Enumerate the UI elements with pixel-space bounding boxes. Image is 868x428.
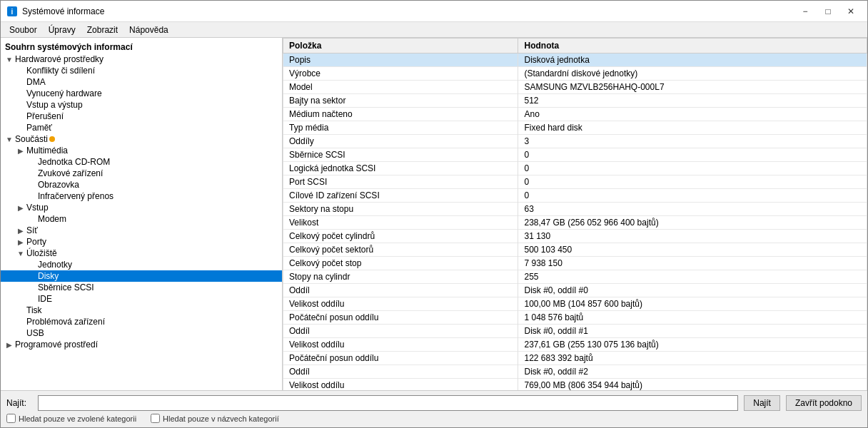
table-row[interactable]: Sběrnice SCSI0	[283, 148, 867, 162]
title-bar: i Systémové informace − □ ✕	[1, 1, 867, 22]
tree-label: Jednotka CD-ROM	[38, 157, 110, 167]
table-row[interactable]: Médium načtenoAno	[283, 108, 867, 121]
table-row[interactable]: OddílDisk #0, oddíl #2	[283, 365, 867, 379]
table-row[interactable]: Typ médiaFixed hard disk	[283, 121, 867, 135]
tree-item[interactable]: Infračervený přenos	[1, 190, 282, 202]
check2-label[interactable]: Hledat pouze v názvech kategorií	[151, 414, 279, 423]
table-cell-item: Oddíly	[283, 135, 518, 148]
close-button[interactable]: ✕	[840, 4, 862, 19]
bottom-bar: Najít: Najít Zavřít podokno Hledat pouze…	[1, 390, 867, 427]
table-cell-value: Disková jednotka	[518, 54, 867, 67]
table-row[interactable]: OddílDisk #0, oddíl #0	[283, 284, 867, 297]
menu-item-zobrazit[interactable]: Zobrazit	[81, 24, 123, 36]
table-row[interactable]: Velikost238,47 GB (256 052 966 400 bajtů…	[283, 216, 867, 230]
tree-item[interactable]: ▶Síť	[1, 225, 282, 236]
tree-item[interactable]: Paměť	[1, 122, 282, 133]
table-row[interactable]: Počáteční posun oddílu122 683 392 bajtů	[283, 352, 867, 365]
tree-item[interactable]: Obrazovka	[1, 179, 282, 190]
tree-item[interactable]: Disky	[1, 270, 282, 282]
tree-expander-icon: ▶	[15, 227, 26, 235]
tree-label: USB	[26, 328, 44, 338]
menu-item-nápověda[interactable]: Nápověda	[123, 24, 174, 36]
table-cell-item: Cílové ID zařízení SCSI	[283, 189, 518, 203]
tree-item[interactable]: Vynucený hardware	[1, 88, 282, 99]
tree-item[interactable]: USB	[1, 327, 282, 339]
maximize-button[interactable]: □	[817, 4, 839, 19]
find-button[interactable]: Najít	[744, 395, 780, 411]
table-row[interactable]: Velikost oddílu100,00 MB (104 857 600 ba…	[283, 297, 867, 311]
tree-item[interactable]: Problémová zařízení	[1, 316, 282, 327]
table-row[interactable]: Port SCSI0	[283, 175, 867, 189]
table-cell-item: Bajty na sektor	[283, 94, 518, 108]
tree-label: Síť	[26, 225, 38, 235]
tree-item[interactable]: ▼Součásti	[1, 133, 282, 145]
close-pane-button[interactable]: Zavřít podokno	[786, 395, 862, 411]
tree-item[interactable]: IDE	[1, 293, 282, 305]
tree-item[interactable]: Konflikty či sdílení	[1, 65, 282, 76]
tree-item[interactable]: Tisk	[1, 305, 282, 316]
tree-item[interactable]: DMA	[1, 76, 282, 88]
left-pane-title: Souhrn systémových informací	[1, 41, 282, 54]
tree-item[interactable]: Zvukové zařízení	[1, 168, 282, 179]
table-row[interactable]: Celkový počet cylindrů31 130	[283, 230, 867, 243]
find-input[interactable]	[38, 395, 738, 411]
table-cell-item: Celkový počet cylindrů	[283, 230, 518, 243]
col-header-item: Položka	[283, 39, 518, 54]
tree-item[interactable]: Jednotky	[1, 259, 282, 270]
table-row[interactable]: Výrobce(Standardní diskové jednotky)	[283, 67, 867, 81]
check1-checkbox[interactable]	[6, 414, 16, 423]
table-cell-value: 238,47 GB (256 052 966 400 bajtů)	[518, 216, 867, 230]
app-icon: i	[6, 6, 18, 17]
table-row[interactable]: ModelSAMSUNG MZVLB256HAHQ-000L7	[283, 81, 867, 94]
table-row[interactable]: Celkový počet stop7 938 150	[283, 257, 867, 270]
table-cell-value: 63	[518, 203, 867, 216]
table-cell-value: Disk #0, oddíl #2	[518, 365, 867, 379]
table-cell-value: 500 103 450	[518, 243, 867, 257]
col-header-value: Hodnota	[518, 39, 867, 54]
menu-item-soubor[interactable]: Soubor	[4, 24, 43, 36]
tree-item[interactable]: ▶Vstup	[1, 202, 282, 213]
table-cell-item: Logická jednotka SCSI	[283, 162, 518, 175]
tree-item[interactable]: ▶Multimédia	[1, 145, 282, 156]
table-row[interactable]: Celkový počet sektorů500 103 450	[283, 243, 867, 257]
check2-checkbox[interactable]	[151, 414, 160, 423]
table-cell-item: Sektory na stopu	[283, 203, 518, 216]
table-row[interactable]: Velikost oddílu769,00 MB (806 354 944 ba…	[283, 379, 867, 391]
table-row[interactable]: Počáteční posun oddílu1 048 576 bajtů	[283, 311, 867, 325]
tree-item[interactable]: ▼Úložiště	[1, 248, 282, 259]
tree-item[interactable]: Přerušení	[1, 111, 282, 122]
tree-expander-icon: ▼	[15, 250, 26, 258]
table-cell-value: Ano	[518, 108, 867, 121]
tree-label: Součásti	[15, 134, 48, 144]
tree-item[interactable]: Vstup a výstup	[1, 99, 282, 111]
tree-item[interactable]: ▼Hardwarové prostředky	[1, 54, 282, 65]
tree-item[interactable]: ▶Programové prostředí	[1, 339, 282, 350]
table-cell-value: 255	[518, 270, 867, 284]
table-row[interactable]: Velikost oddílu237,61 GB (255 130 075 13…	[283, 338, 867, 352]
minimize-button[interactable]: −	[794, 4, 816, 19]
check1-label[interactable]: Hledat pouze ve zvolené kategorii	[6, 414, 136, 423]
table-row[interactable]: Sektory na stopu63	[283, 203, 867, 216]
table-row[interactable]: Stopy na cylindr255	[283, 270, 867, 284]
table-row[interactable]: PopisDisková jednotka	[283, 54, 867, 67]
tree-item[interactable]: Sběrnice SCSI	[1, 282, 282, 293]
table-row[interactable]: Cílové ID zařízení SCSI0	[283, 189, 867, 203]
tree-label: Multimédia	[26, 146, 68, 156]
table-row[interactable]: Oddíly3	[283, 135, 867, 148]
tree-label: Tisk	[26, 305, 42, 315]
table-cell-item: Celkový počet sektorů	[283, 243, 518, 257]
tree-label: Úložiště	[26, 248, 57, 258]
table-cell-value: 769,00 MB (806 354 944 bajtů)	[518, 379, 867, 391]
table-row[interactable]: OddílDisk #0, oddíl #1	[283, 325, 867, 338]
tree-item[interactable]: Modem	[1, 213, 282, 225]
table-cell-item: Oddíl	[283, 325, 518, 338]
tree-item[interactable]: ▶Porty	[1, 236, 282, 248]
table-row[interactable]: Bajty na sektor512	[283, 94, 867, 108]
table-row[interactable]: Logická jednotka SCSI0	[283, 162, 867, 175]
tree-label: Infračervený přenos	[38, 191, 113, 201]
tree-label: Hardwarové prostředky	[15, 54, 104, 64]
table-cell-value: Disk #0, oddíl #0	[518, 284, 867, 297]
menu-item-úpravy[interactable]: Úpravy	[43, 24, 81, 36]
left-pane: Souhrn systémových informací ▼Hardwarové…	[1, 38, 283, 390]
tree-item[interactable]: Jednotka CD-ROM	[1, 156, 282, 168]
